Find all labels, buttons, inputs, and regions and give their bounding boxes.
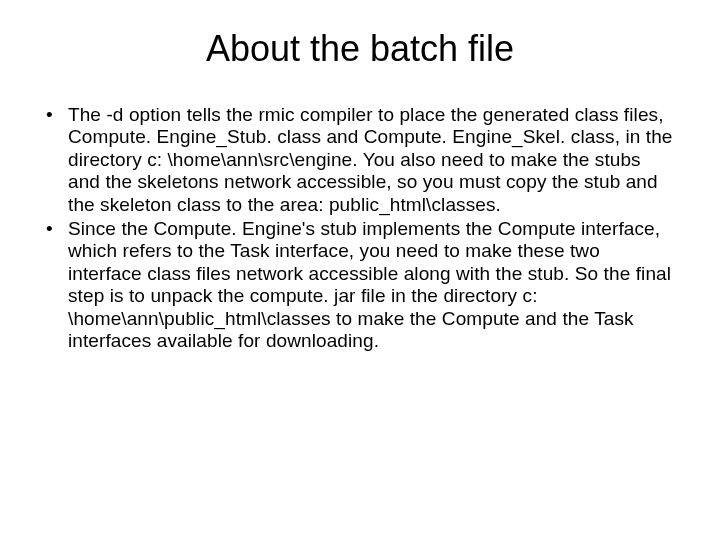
slide: About the batch file The -d option tells… bbox=[0, 0, 720, 540]
bullet-list: The -d option tells the rmic compiler to… bbox=[40, 104, 680, 352]
page-title: About the batch file bbox=[40, 28, 680, 70]
list-item: The -d option tells the rmic compiler to… bbox=[40, 104, 676, 216]
list-item: Since the Compute. Engine's stub impleme… bbox=[40, 218, 676, 352]
